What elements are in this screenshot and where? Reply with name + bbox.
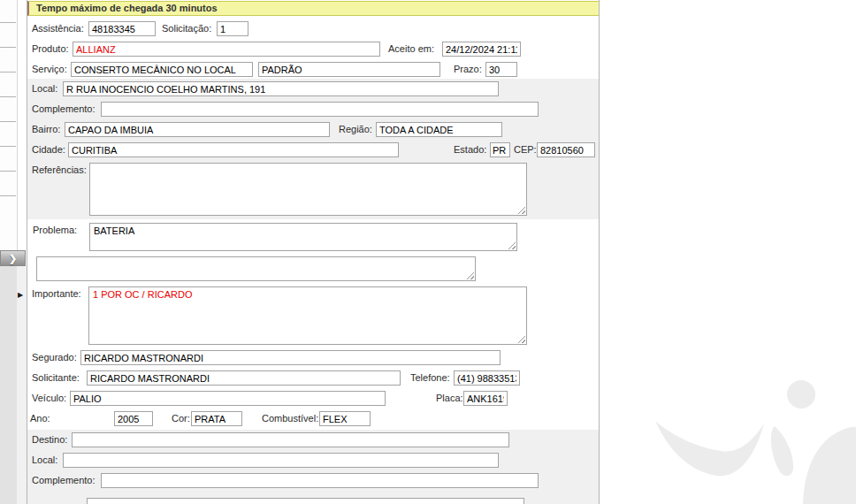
placa-label: Placa: (436, 393, 463, 404)
ano-label: Ano: (30, 413, 50, 424)
servico-label: Serviço: (32, 64, 67, 75)
complemento-input[interactable] (101, 102, 539, 117)
aceito-em-input[interactable] (442, 42, 521, 57)
solicitante-label: Solicitante: (32, 372, 80, 384)
problema-textarea[interactable]: BATERIA (89, 223, 517, 251)
telefone-input[interactable] (454, 370, 520, 386)
cidade-label: Cidade: (32, 144, 65, 156)
servico-tipo-input[interactable] (258, 62, 440, 77)
telefone-label: Telefone: (410, 372, 450, 384)
collapsed-panel-arrow-icon[interactable]: ▶ (18, 291, 27, 300)
panel-tick-lines (0, 22, 16, 199)
destino-local-label: Local: (32, 454, 57, 466)
destino-input[interactable] (72, 432, 509, 447)
prazo-label: Prazo: (454, 64, 482, 75)
solicitacao-input[interactable] (217, 21, 248, 36)
problema-label: Problema: (33, 225, 77, 236)
estado-input[interactable] (490, 142, 510, 157)
regiao-input[interactable] (376, 122, 502, 137)
produto-input[interactable] (73, 42, 380, 57)
aceito-em-label: Aceito em: (388, 43, 434, 55)
secondary-collapsed-panel (17, 266, 27, 504)
assistencia-label: Assistência: (32, 23, 84, 34)
observacao-textarea[interactable] (36, 256, 476, 281)
importante-textarea[interactable]: 1 POR OC / RICARDO (88, 286, 527, 345)
bairro-input[interactable] (65, 122, 330, 137)
regiao-label: Região: (339, 124, 372, 135)
ano-input[interactable] (114, 411, 153, 426)
left-collapsed-panel-lower (0, 266, 17, 504)
veiculo-label: Veículo: (32, 393, 66, 404)
assistance-form: Tempo máximo de chegada 30 minutos Assis… (27, 0, 600, 504)
cep-label: CEP: (514, 144, 537, 156)
assistencia-input[interactable] (88, 21, 156, 36)
placa-input[interactable] (463, 391, 508, 406)
combustivel-input[interactable] (319, 411, 371, 426)
referencias-textarea[interactable] (89, 163, 527, 216)
importante-label: Importante: (32, 288, 81, 300)
arrival-time-banner: Tempo máximo de chegada 30 minutos (27, 1, 599, 16)
produto-label: Produto: (32, 43, 69, 55)
expand-panel-button[interactable]: ❯ (0, 250, 26, 266)
cep-input[interactable] (537, 142, 595, 157)
segurado-label: Segurado: (32, 352, 77, 363)
cor-label: Cor: (172, 413, 190, 424)
estado-label: Estado: (454, 144, 486, 156)
local-input[interactable] (63, 81, 499, 96)
local-label: Local: (32, 83, 57, 95)
combustivel-label: Combustível: (262, 413, 318, 424)
destino-label: Destino: (32, 434, 67, 446)
veiculo-input[interactable] (70, 391, 386, 406)
bottom-textarea[interactable] (87, 498, 524, 504)
servico-input[interactable] (71, 62, 253, 77)
solicitacao-label: Solicitação: (162, 23, 211, 34)
prazo-input[interactable] (485, 62, 517, 77)
cor-input[interactable] (191, 411, 242, 426)
complemento-label: Complemento: (32, 103, 96, 115)
destino-complemento-input[interactable] (101, 473, 539, 488)
company-logo-watermark (601, 371, 856, 504)
destino-local-input[interactable] (63, 453, 499, 468)
segurado-input[interactable] (80, 350, 501, 365)
referencias-label: Referências: (32, 164, 87, 176)
bairro-label: Bairro: (32, 124, 60, 135)
destino-complemento-label: Complemento: (32, 475, 96, 486)
cidade-input[interactable] (68, 142, 399, 157)
solicitante-input[interactable] (87, 370, 401, 386)
chevron-right-icon: ❯ (9, 254, 17, 263)
